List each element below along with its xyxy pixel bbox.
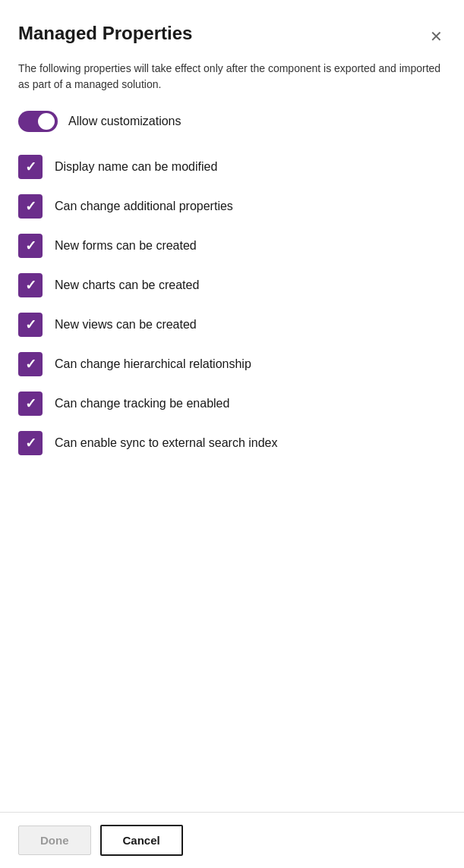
dialog-title: Managed Properties	[18, 21, 192, 45]
toggle-thumb	[38, 113, 55, 130]
toggle-label: Allow customizations	[68, 115, 181, 128]
checkbox-label-additional-props: Can change additional properties	[55, 200, 233, 213]
checkbox-label-new-views: New views can be created	[55, 318, 197, 332]
check-icon: ✓	[25, 397, 36, 410]
checkbox-new-forms[interactable]: ✓	[18, 234, 43, 258]
checkbox-row-sync-external: ✓ Can enable sync to external search ind…	[18, 423, 446, 463]
check-icon: ✓	[25, 160, 36, 174]
checkbox-label-display-name: Display name can be modified	[55, 160, 217, 174]
checkbox-row-tracking: ✓ Can change tracking be enabled	[18, 384, 446, 423]
checkbox-list: ✓ Display name can be modified ✓ Can cha…	[18, 147, 446, 463]
checkbox-label-tracking: Can change tracking be enabled	[55, 397, 229, 410]
managed-properties-dialog: Managed Properties ✕ The following prope…	[0, 0, 464, 868]
dialog-content: Managed Properties ✕ The following prope…	[0, 0, 464, 812]
dialog-footer: Done Cancel	[0, 812, 464, 868]
checkbox-label-hierarchical: Can change hierarchical relationship	[55, 357, 251, 371]
toggle-track	[18, 111, 58, 132]
checkbox-sync-external[interactable]: ✓	[18, 431, 43, 455]
checkbox-row-hierarchical: ✓ Can change hierarchical relationship	[18, 344, 446, 384]
checkbox-label-new-forms: New forms can be created	[55, 239, 197, 253]
close-button[interactable]: ✕	[427, 24, 446, 49]
allow-customizations-row: Allow customizations	[18, 111, 446, 132]
checkbox-display-name[interactable]: ✓	[18, 155, 43, 179]
checkbox-row-new-charts: ✓ New charts can be created	[18, 266, 446, 305]
cancel-button[interactable]: Cancel	[100, 825, 183, 856]
check-icon: ✓	[25, 436, 36, 450]
checkbox-row-new-forms: ✓ New forms can be created	[18, 226, 446, 266]
checkbox-tracking[interactable]: ✓	[18, 392, 43, 416]
dialog-description: The following properties will take effec…	[18, 61, 446, 93]
checkbox-hierarchical[interactable]: ✓	[18, 352, 43, 376]
allow-customizations-toggle[interactable]	[18, 111, 58, 132]
checkbox-row-additional-props: ✓ Can change additional properties	[18, 187, 446, 226]
checkbox-label-new-charts: New charts can be created	[55, 278, 199, 292]
checkbox-additional-props[interactable]: ✓	[18, 194, 43, 219]
checkbox-new-charts[interactable]: ✓	[18, 273, 43, 297]
checkbox-row-new-views: ✓ New views can be created	[18, 305, 446, 344]
check-icon: ✓	[25, 200, 36, 213]
checkbox-row-display-name: ✓ Display name can be modified	[18, 147, 446, 187]
checkbox-new-views[interactable]: ✓	[18, 313, 43, 337]
dialog-header: Managed Properties ✕	[18, 21, 446, 49]
check-icon: ✓	[25, 357, 36, 371]
checkbox-label-sync-external: Can enable sync to external search index	[55, 436, 278, 450]
check-icon: ✓	[25, 239, 36, 253]
done-button[interactable]: Done	[18, 826, 91, 855]
check-icon: ✓	[25, 318, 36, 332]
check-icon: ✓	[25, 278, 36, 292]
